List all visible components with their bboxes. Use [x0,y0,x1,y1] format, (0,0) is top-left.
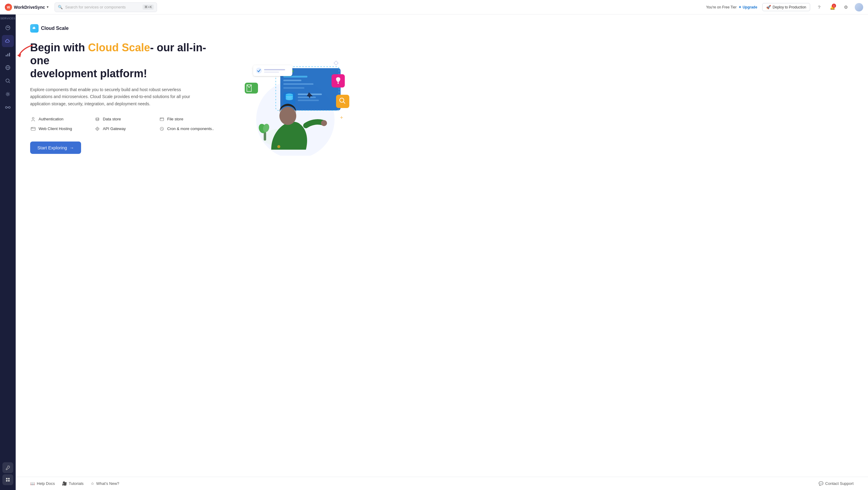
cron-label: Cron & more components.. [167,126,214,131]
globe-icon [5,64,11,70]
video-icon: 🎥 [62,481,67,486]
svg-rect-54 [336,95,349,108]
sidebar-item-cloud[interactable] [2,35,14,47]
svg-point-38 [286,98,293,100]
help-docs-link[interactable]: 📖 Help Docs [30,481,55,486]
svg-point-22 [32,127,33,128]
gear-icon: ⚙ [844,4,848,10]
filestore-label: File store [167,117,183,121]
integration-icon [5,105,11,110]
search-icon: 🔍 [58,5,63,9]
svg-rect-33 [283,83,313,85]
svg-point-7 [6,79,9,82]
cron-icon [159,126,165,132]
datastore-icon [94,116,100,122]
arrow-icon: → [69,145,74,150]
features-grid: Authentication [30,116,217,132]
start-btn-label: Start Exploring [37,145,67,150]
svg-marker-23 [96,127,99,131]
cloud-icon [5,38,11,44]
free-tier-label: You're on Free Tier ✦ Upgrade [706,5,757,9]
sidebar-item-graph[interactable] [2,22,14,34]
start-exploring-button[interactable]: Start Exploring → [30,142,81,154]
help-icon: ? [818,4,820,10]
svg-line-8 [9,82,10,83]
tutorials-link[interactable]: 🎥 Tutorials [62,481,84,486]
help-button[interactable]: ? [815,3,824,11]
svg-point-39 [286,96,293,98]
sidebar-item-settings[interactable] [2,88,14,100]
upgrade-button[interactable]: ✦ Upgrade [738,5,757,9]
datastore-label: Data store [103,117,121,121]
app-name: WorkDriveSync [14,5,45,10]
hero-content: Begin with Cloud Scale- our all-in-onede… [30,41,854,156]
logo-icon: W [5,4,12,11]
svg-point-17 [32,117,34,119]
feature-api-gateway: API Gateway [94,126,153,132]
hero-title-highlight: Cloud Scale [88,41,150,54]
svg-rect-13 [6,478,7,480]
app-logo[interactable]: W WorkDriveSync ▾ [5,4,49,11]
auth-label: Authentication [38,117,63,121]
notification-badge: 1 [832,4,836,8]
svg-rect-32 [283,80,301,81]
hero-left: Begin with Cloud Scale- our all-in-onede… [30,41,217,154]
search-bar[interactable]: 🔍 Search for services or components ⌘+K [55,2,157,12]
contact-support-link[interactable]: 💬 Contact Support [818,481,854,486]
svg-point-11 [8,107,10,108]
deploy-button[interactable]: 🚀 Deploy to Production [762,3,810,11]
svg-point-45 [279,107,296,125]
svg-point-24 [97,128,98,129]
tutorials-label: Tutorials [69,481,84,486]
hero-title: Begin with Cloud Scale- our all-in-onede… [30,41,217,80]
star-icon: ☆ [91,481,94,486]
analytics-icon [5,51,11,57]
feature-authentication: Authentication [30,116,88,122]
page-footer: 📖 Help Docs 🎥 Tutorials ☆ What's New? 💬 … [16,477,868,490]
sidebar-item-integration[interactable] [2,102,14,113]
breadcrumb: Cloud Scale [30,24,854,33]
svg-rect-53 [338,82,339,84]
illustration-svg: + [229,41,355,156]
search-icon [5,78,11,84]
search-shortcut: ⌘+K [143,4,154,10]
settings-button[interactable]: ⚙ [841,3,850,11]
notifications-button[interactable]: 🔔 1 [828,3,837,11]
wrench-icon [5,465,10,470]
svg-marker-57 [334,61,338,65]
svg-point-48 [256,67,262,74]
sidebar-item-globe[interactable] [2,62,14,74]
sidebar-item-search[interactable] [2,75,14,87]
apigateway-label: API Gateway [103,126,126,131]
search-placeholder: Search for services or components [65,5,126,9]
app-dropdown-icon[interactable]: ▾ [47,5,49,9]
svg-rect-50 [264,71,279,73]
svg-point-10 [5,107,7,108]
svg-rect-49 [264,69,285,70]
footer-right: 💬 Contact Support [818,481,854,486]
svg-rect-14 [8,478,10,480]
hero-title-prefix: Begin with [30,41,88,54]
svg-rect-42 [298,99,319,101]
grid-icon [5,477,10,482]
sidebar-item-analytics[interactable] [2,48,14,60]
tool-wrench-button[interactable] [2,462,13,473]
whats-new-link[interactable]: ☆ What's New? [91,481,119,486]
svg-rect-41 [298,96,316,98]
book-icon: 📖 [30,481,35,486]
svg-rect-19 [160,118,164,121]
content-area: Cloud Scale Begin with Cloud Scale- our … [16,15,868,490]
filestore-icon [159,116,165,122]
svg-point-9 [7,93,9,95]
sidebar-label: Services [0,17,15,20]
sidebar-bottom [2,462,13,488]
user-avatar[interactable] [855,3,863,11]
hero-section: Cloud Scale Begin with Cloud Scale- our … [16,15,868,477]
feature-web-hosting: Web Client Hosting [30,126,88,132]
svg-point-21 [32,127,32,128]
feature-file-store: File store [159,116,217,122]
svg-rect-1 [6,55,7,56]
webhosting-icon [30,126,36,132]
hero-illustration: + [229,41,355,156]
grid-button[interactable] [2,474,13,485]
